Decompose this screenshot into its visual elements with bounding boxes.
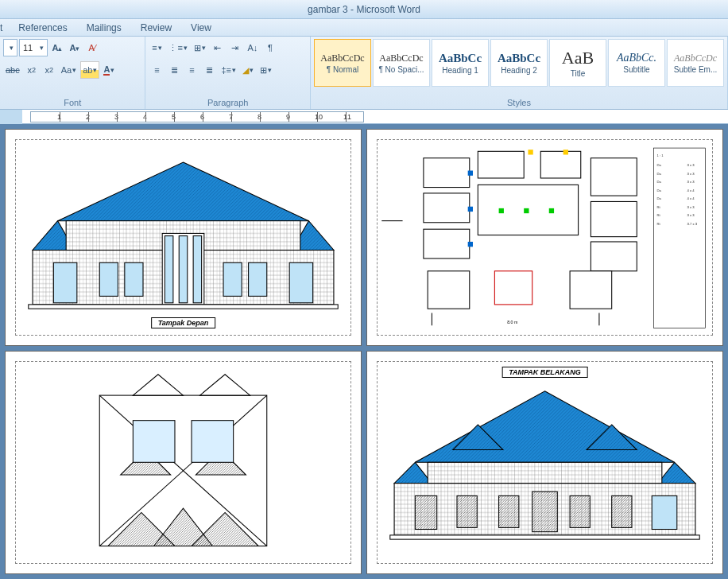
paragraph-group: ≡▾ ⋮≡▾ ⊞▾ ⇤ ⇥ A↓ ¶ ≡ ≣ ≡ ≣ ‡≡▾ ◢▾ ⊞▾ Par… (145, 37, 311, 109)
decrease-indent-button[interactable]: ⇤ (210, 39, 226, 56)
svg-marker-2 (58, 162, 309, 221)
menu-review[interactable]: Review (131, 20, 181, 36)
svg-rect-28 (494, 271, 532, 305)
svg-text:Da: Da (657, 196, 662, 200)
menu-mailings[interactable]: Mailings (77, 20, 131, 36)
font-group-label: Font (3, 96, 141, 109)
window-title: gambar 3 - Microsoft Word (308, 4, 420, 15)
style-title[interactable]: AaBTitle (549, 39, 606, 87)
shading-button[interactable]: ◢▾ (240, 61, 256, 79)
borders-button[interactable]: ⊞▾ (258, 61, 274, 79)
font-family-combo[interactable]: ▾ (3, 39, 17, 56)
svg-text:Da: Da (657, 163, 662, 167)
floor-plan-drawing: 1 : 1 Da3 x 3 Da3 x 3 Da3 x 3 Da4 x 4 Da… (378, 140, 712, 335)
svg-text:1 : 1: 1 : 1 (657, 153, 664, 157)
svg-rect-17 (29, 305, 338, 309)
ruler-number: 11 (343, 113, 351, 121)
svg-marker-69 (415, 391, 674, 462)
svg-rect-30 (499, 208, 504, 213)
svg-rect-20 (540, 151, 581, 178)
font-group: ▾ 11▾ A▴ A▾ A⁄ abc x2 x2 Aa▾ ab▾ A▾ Font (0, 37, 145, 109)
subscript-button[interactable]: x2 (24, 61, 40, 79)
style-subtle-em[interactable]: AaBbCcDcSubtle Em... (667, 39, 724, 87)
show-marks-button[interactable]: ¶ (262, 39, 278, 56)
align-right-button[interactable]: ≡ (184, 61, 199, 79)
bullets-button[interactable]: ≡▾ (149, 39, 165, 56)
document-workspace[interactable]: Tampak Depan (0, 124, 728, 579)
sort-button[interactable]: A↓ (245, 39, 261, 56)
align-justify-button[interactable]: ≣ (201, 61, 217, 79)
style-heading2[interactable]: AaBbCcHeading 2 (490, 39, 548, 87)
title-bar: gambar 3 - Microsoft Word (0, 0, 728, 19)
style-no-spacing[interactable]: AaBbCcDc¶ No Spaci... (373, 39, 430, 87)
svg-rect-38 (653, 148, 705, 328)
style-normal[interactable]: AaBbCcDc¶ Normal (314, 39, 371, 87)
svg-rect-27 (428, 271, 470, 309)
svg-text:3 x 3: 3 x 3 (687, 163, 695, 167)
strikethrough-button[interactable]: abc (3, 61, 22, 79)
svg-rect-77 (457, 496, 477, 528)
style-subtitle[interactable]: AaBbCc.Subtitle (608, 39, 665, 87)
svg-text:3 x 3: 3 x 3 (687, 213, 695, 217)
svg-rect-21 (591, 158, 637, 196)
highlight-button[interactable]: ab▾ (80, 61, 99, 79)
menu-references[interactable]: References (9, 20, 76, 36)
svg-rect-9 (179, 236, 188, 303)
back-elevation-drawing (378, 362, 712, 563)
svg-text:4 x 4: 4 x 4 (687, 196, 695, 200)
ruler-number: 10 (315, 113, 323, 121)
svg-marker-60 (133, 375, 183, 395)
page-back-elevation: TAMPAK BELAKANG (366, 351, 723, 574)
styles-gallery[interactable]: AaBbCcDc¶ Normal AaBbCcDc¶ No Spaci... A… (314, 39, 724, 96)
front-elevation-label: Tampak Depan (151, 317, 216, 328)
styles-group: AaBbCcDc¶ Normal AaBbCcDc¶ No Spaci... A… (311, 37, 728, 109)
svg-rect-19 (478, 151, 524, 178)
svg-rect-83 (390, 535, 699, 539)
align-left-button[interactable]: ≡ (149, 61, 165, 79)
change-case-button[interactable]: Aa▾ (59, 61, 79, 79)
font-color-button[interactable]: A▾ (101, 61, 117, 79)
svg-rect-76 (415, 496, 436, 530)
clear-formatting-button[interactable]: A⁄ (84, 39, 100, 56)
svg-rect-79 (532, 492, 558, 533)
grow-font-button[interactable]: A▴ (49, 39, 65, 56)
roof-plan-drawing (16, 362, 350, 563)
ruler[interactable]: 1234567891011 (22, 110, 728, 124)
partial-menu-left[interactable]: t (0, 20, 9, 36)
numbering-button[interactable]: ⋮≡▾ (166, 39, 189, 56)
svg-rect-22 (424, 193, 470, 223)
svg-rect-25 (424, 229, 470, 258)
svg-rect-29 (570, 271, 612, 309)
svg-rect-16 (289, 262, 312, 303)
svg-rect-36 (528, 150, 532, 154)
svg-rect-13 (125, 262, 143, 296)
svg-marker-72 (394, 463, 432, 484)
shrink-font-button[interactable]: A▾ (67, 39, 83, 56)
svg-rect-68 (192, 421, 234, 463)
svg-text:8.0 m: 8.0 m (507, 320, 518, 324)
multilevel-button[interactable]: ⊞▾ (192, 39, 208, 56)
svg-text:4 x 4: 4 x 4 (687, 188, 695, 192)
font-size-combo[interactable]: 11▾ (19, 39, 48, 56)
svg-rect-34 (468, 207, 473, 212)
svg-rect-31 (524, 208, 529, 213)
menu-view[interactable]: View (181, 20, 221, 36)
page-roof-plan (5, 351, 362, 574)
svg-rect-67 (133, 421, 175, 463)
svg-rect-24 (591, 201, 637, 236)
svg-marker-73 (658, 463, 695, 484)
svg-rect-11 (53, 262, 76, 303)
superscript-button[interactable]: x2 (41, 61, 57, 79)
svg-text:Da: Da (657, 180, 662, 184)
style-heading1[interactable]: AaBbCcHeading 1 (432, 39, 489, 87)
svg-rect-75 (428, 463, 662, 484)
line-spacing-button[interactable]: ‡≡▾ (219, 61, 238, 79)
front-elevation-drawing (16, 140, 350, 335)
svg-marker-61 (200, 375, 250, 395)
svg-text:3 x 3: 3 x 3 (687, 180, 695, 184)
svg-rect-10 (193, 236, 202, 303)
increase-indent-button[interactable]: ⇥ (227, 39, 243, 56)
paragraph-group-label: Paragraph (149, 96, 307, 109)
align-center-button[interactable]: ≣ (166, 61, 182, 79)
ribbon: ▾ 11▾ A▴ A▾ A⁄ abc x2 x2 Aa▾ ab▾ A▾ Font… (0, 37, 728, 110)
